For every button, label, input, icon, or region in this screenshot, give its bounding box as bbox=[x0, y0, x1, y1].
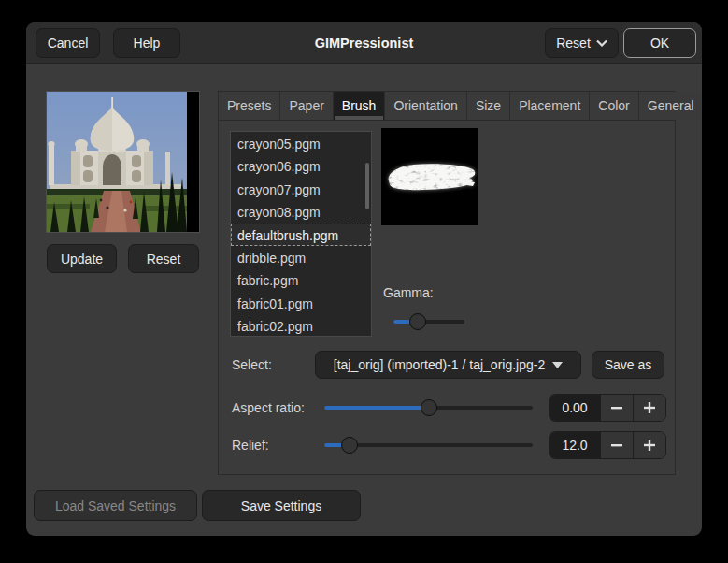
list-item[interactable]: fabric02.pgm bbox=[231, 314, 371, 337]
update-button-label: Update bbox=[61, 252, 103, 267]
dropdown-arrow-icon bbox=[552, 362, 563, 368]
brush-stroke-preview bbox=[381, 128, 478, 225]
relief-increment-button[interactable] bbox=[633, 432, 665, 458]
tab-size[interactable]: Size bbox=[467, 92, 510, 120]
minus-icon bbox=[611, 402, 622, 413]
cancel-button[interactable]: Cancel bbox=[36, 28, 100, 58]
plus-icon bbox=[644, 440, 655, 451]
chevron-down-icon bbox=[596, 39, 607, 47]
update-button[interactable]: Update bbox=[47, 244, 117, 273]
list-item[interactable]: crayon05.pgm bbox=[231, 132, 371, 154]
load-saved-settings-label: Load Saved Settings bbox=[55, 498, 176, 513]
tab-presets[interactable]: Presets bbox=[219, 92, 280, 120]
tab-placement[interactable]: Placement bbox=[510, 92, 590, 120]
aspect-ratio-label: Aspect ratio: bbox=[232, 400, 305, 415]
help-button[interactable]: Help bbox=[113, 28, 180, 58]
ok-button-label: OK bbox=[650, 36, 669, 51]
aspect-ratio-value[interactable]: 0.00 bbox=[550, 395, 600, 421]
tab-placement-label: Placement bbox=[519, 98, 580, 113]
tab-brush-label: Brush bbox=[342, 98, 377, 113]
tab-orientation-label: Orientation bbox=[393, 98, 457, 113]
tab-color-label: Color bbox=[598, 98, 629, 113]
tab-general-label: General bbox=[648, 98, 694, 113]
tab-presets-label: Presets bbox=[227, 98, 271, 113]
preview-reset-button-label: Reset bbox=[147, 252, 181, 267]
taj-mahal-preview-image bbox=[47, 92, 187, 232]
brush-source-dropdown[interactable]: [taj_orig] (imported)-1 / taj_orig.jpg-2 bbox=[315, 351, 581, 379]
save-settings-label: Save Settings bbox=[241, 498, 321, 513]
cancel-button-label: Cancel bbox=[48, 36, 89, 51]
brush-stroke-image bbox=[381, 128, 478, 225]
relief-slider[interactable] bbox=[324, 437, 533, 454]
list-item[interactable]: fabric.pgm bbox=[231, 268, 371, 291]
plus-icon bbox=[644, 402, 655, 413]
tab-paper-label: Paper bbox=[289, 98, 323, 113]
preview-reset-button[interactable]: Reset bbox=[128, 244, 199, 273]
list-item[interactable]: fabric01.pgm bbox=[231, 292, 371, 314]
list-scrollbar-thumb[interactable] bbox=[365, 163, 369, 209]
load-saved-settings-button: Load Saved Settings bbox=[34, 490, 197, 521]
relief-slider-handle[interactable] bbox=[341, 437, 358, 454]
aspect-ratio-slider[interactable] bbox=[324, 399, 533, 416]
tab-color[interactable]: Color bbox=[590, 92, 638, 120]
tab-bar: Presets Paper Brush Orientation Size Pla… bbox=[219, 92, 675, 121]
tab-size-label: Size bbox=[476, 98, 501, 113]
relief-label: Relief: bbox=[232, 438, 269, 453]
screen: { "titlebar": { "cancel": "Cancel", "hel… bbox=[0, 0, 728, 563]
tab-general[interactable]: General bbox=[639, 92, 702, 120]
gamma-slider[interactable] bbox=[393, 313, 464, 330]
list-item[interactable]: crayon07.pgm bbox=[231, 178, 371, 200]
ok-button[interactable]: OK bbox=[623, 28, 696, 58]
list-item[interactable]: crayon08.pgm bbox=[231, 200, 371, 223]
brush-file-list[interactable]: crayon05.pgm crayon06.pgm crayon07.pgm c… bbox=[230, 131, 372, 337]
relief-decrement-button[interactable] bbox=[600, 432, 633, 458]
aspect-ratio-slider-handle[interactable] bbox=[421, 399, 437, 416]
gamma-slider-handle[interactable] bbox=[409, 313, 426, 330]
save-as-button[interactable]: Save as bbox=[592, 351, 664, 379]
aspect-ratio-increment-button[interactable] bbox=[633, 395, 665, 421]
aspect-ratio-slider-fill bbox=[324, 406, 429, 410]
tab-orientation[interactable]: Orientation bbox=[385, 92, 466, 120]
brush-source-dropdown-value: [taj_orig] (imported)-1 / taj_orig.jpg-2 bbox=[334, 357, 545, 372]
list-item[interactable]: crayon06.pgm bbox=[231, 154, 371, 177]
minus-icon bbox=[611, 440, 622, 451]
aspect-ratio-spinner: 0.00 bbox=[549, 394, 666, 422]
tab-paper[interactable]: Paper bbox=[280, 92, 333, 120]
save-as-button-label: Save as bbox=[605, 357, 652, 372]
gimpressionist-dialog: Cancel Help GIMPressionist Reset OK bbox=[26, 22, 702, 536]
reset-button-label: Reset bbox=[556, 36, 591, 51]
relief-value[interactable]: 12.0 bbox=[550, 432, 600, 458]
list-item[interactable]: dribble.pgm bbox=[231, 246, 371, 268]
save-settings-button[interactable]: Save Settings bbox=[202, 490, 361, 521]
list-item-selected[interactable]: defaultbrush.pgm bbox=[231, 224, 371, 246]
relief-spinner: 12.0 bbox=[549, 431, 666, 459]
select-label: Select: bbox=[232, 357, 272, 372]
aspect-ratio-decrement-button[interactable] bbox=[600, 395, 633, 421]
titlebar[interactable]: Cancel Help GIMPressionist Reset OK bbox=[26, 22, 702, 64]
image-preview[interactable] bbox=[46, 91, 200, 233]
help-button-label: Help bbox=[134, 36, 161, 51]
tab-brush[interactable]: Brush bbox=[334, 92, 386, 120]
gamma-label: Gamma: bbox=[383, 285, 434, 300]
reset-dropdown-button[interactable]: Reset bbox=[545, 28, 619, 58]
